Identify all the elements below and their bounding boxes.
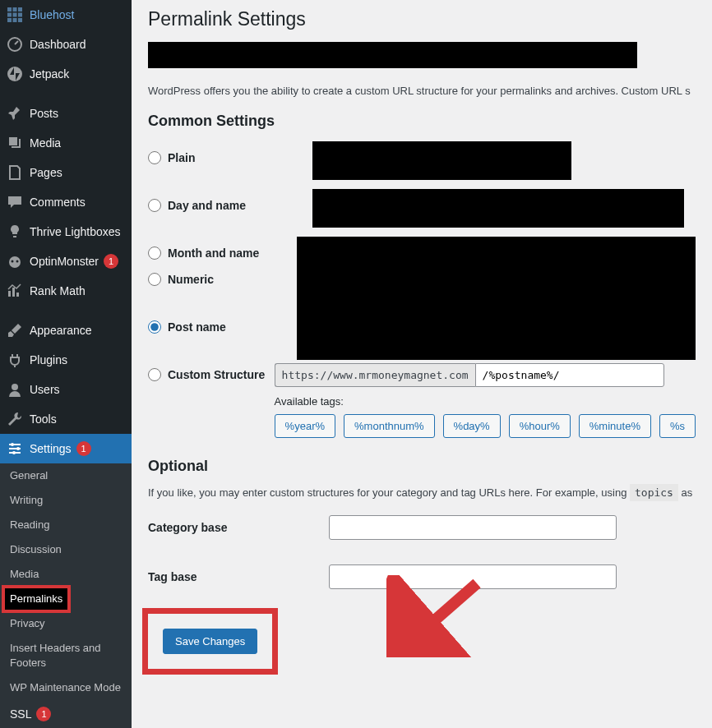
tag-hour[interactable]: %hour% [509,414,571,438]
sidebar-item-rank-math[interactable]: Rank Math [0,276,132,306]
sidebar-label: Plugins [30,352,67,367]
custom-base-url: https://www.mrmoneymagnet.com [275,363,475,387]
sidebar-label: Comments [30,195,86,210]
media-icon [7,135,23,151]
sidebar-label: OptinMonster [30,254,99,269]
submenu-reading[interactable]: Reading [0,513,132,537]
svg-rect-6 [7,18,12,22]
radio-day-name[interactable] [148,199,161,212]
admin-sidebar: Bluehost Dashboard Jetpack Posts Media P… [0,0,132,728]
redacted-sample [312,189,684,228]
radio-numeric[interactable] [148,273,161,286]
svg-point-11 [9,256,21,268]
redacted-notice [148,42,637,68]
lamp-icon [7,223,23,240]
sidebar-label: Tools [30,412,57,426]
sidebar-item-settings[interactable]: Settings 1 [0,434,132,463]
svg-point-17 [12,384,18,390]
sliders-icon [7,440,23,457]
page-icon [7,164,23,181]
label-day-name: Day and name [168,199,246,212]
svg-point-19 [16,447,20,450]
svg-rect-5 [18,13,22,17]
submenu-privacy[interactable]: Privacy [0,611,132,636]
submenu-general[interactable]: General [0,463,132,488]
radio-plain[interactable] [148,151,161,164]
sidebar-item-bluehost[interactable]: Bluehost [0,0,132,30]
available-tags-label: Available tags: [275,395,696,408]
sidebar-label: Appearance [30,323,92,338]
svg-rect-4 [13,13,17,17]
svg-rect-0 [7,7,12,12]
sidebar-item-plugins[interactable]: Plugins [0,345,132,375]
custom-structure-input[interactable] [475,363,664,387]
svg-rect-1 [13,7,17,12]
tag-year[interactable]: %year% [275,414,335,438]
category-base-label: Category base [148,521,329,534]
sidebar-label: Media [30,136,61,150]
optional-desc: If you like, you may enter custom struct… [148,486,696,499]
badge: 1 [76,441,91,456]
redacted-sample [297,237,696,360]
comment-icon [7,194,23,210]
redacted-sample [312,141,571,180]
sidebar-item-pages[interactable]: Pages [0,158,132,187]
badge: 1 [104,254,118,269]
label-custom: Custom Structure [168,368,265,381]
submenu-ssl[interactable]: SSL 1 [0,700,132,728]
label-post-name: Post name [168,320,226,334]
common-settings-heading: Common Settings [148,113,696,130]
submenu-discussion[interactable]: Discussion [0,537,132,562]
radio-custom[interactable] [148,368,161,381]
radio-post-name[interactable] [148,320,161,334]
sidebar-item-jetpack[interactable]: Jetpack [0,59,132,89]
sidebar-label: Dashboard [30,37,86,52]
jetpack-icon [7,66,23,82]
sidebar-label: Bluehost [30,7,74,22]
available-tags: %year% %monthnum% %day% %hour% %minute% … [275,414,696,438]
tag-minute[interactable]: %minute% [579,414,651,438]
svg-rect-14 [8,291,11,297]
submenu-media[interactable]: Media [0,562,132,587]
pin-icon [7,105,23,122]
svg-point-12 [12,260,14,263]
sidebar-label: Rank Math [30,283,86,298]
sidebar-item-appearance[interactable]: Appearance [0,316,132,345]
svg-rect-15 [12,288,15,297]
submenu-writing[interactable]: Writing [0,488,132,513]
tag-day[interactable]: %day% [443,414,501,438]
badge: 1 [36,707,51,721]
tag-second[interactable]: %s [659,414,696,438]
brush-icon [7,322,23,339]
sidebar-label: SSL [10,707,31,721]
tag-monthnum[interactable]: %monthnum% [344,414,435,438]
sidebar-label: Users [30,382,60,397]
submenu-wp-maintenance[interactable]: WP Maintenance Mode [0,675,132,700]
chart-icon [7,283,23,299]
sidebar-item-tools[interactable]: Tools [0,404,132,434]
label-numeric: Numeric [168,273,214,286]
sidebar-item-users[interactable]: Users [0,375,132,404]
svg-rect-3 [7,13,12,17]
submenu-insert-headers[interactable]: Insert Headers and Footers [0,636,132,675]
sidebar-item-media[interactable]: Media [0,128,132,158]
optional-heading: Optional [148,458,696,475]
tag-base-input[interactable] [329,564,617,589]
sidebar-item-posts[interactable]: Posts [0,99,132,128]
plugin-icon [7,352,23,368]
page-title: Permalink Settings [148,8,696,30]
intro-text: WordPress offers you the ability to crea… [148,83,696,99]
sidebar-item-dashboard[interactable]: Dashboard [0,30,132,59]
sidebar-item-comments[interactable]: Comments [0,187,132,217]
svg-rect-2 [18,7,22,12]
category-base-input[interactable] [329,515,617,540]
submenu-permalinks[interactable]: Permalinks [5,588,67,610]
svg-point-13 [16,260,19,263]
svg-point-20 [12,451,16,454]
svg-point-10 [7,67,22,81]
radio-month-name[interactable] [148,247,161,260]
sidebar-item-optinmonster[interactable]: OptinMonster 1 [0,247,132,276]
sidebar-item-thrive-lightboxes[interactable]: Thrive Lightboxes [0,217,132,247]
permalink-options: Plain Day and name Month and name Numeri [148,141,696,438]
save-changes-button[interactable]: Save Changes [163,629,257,654]
